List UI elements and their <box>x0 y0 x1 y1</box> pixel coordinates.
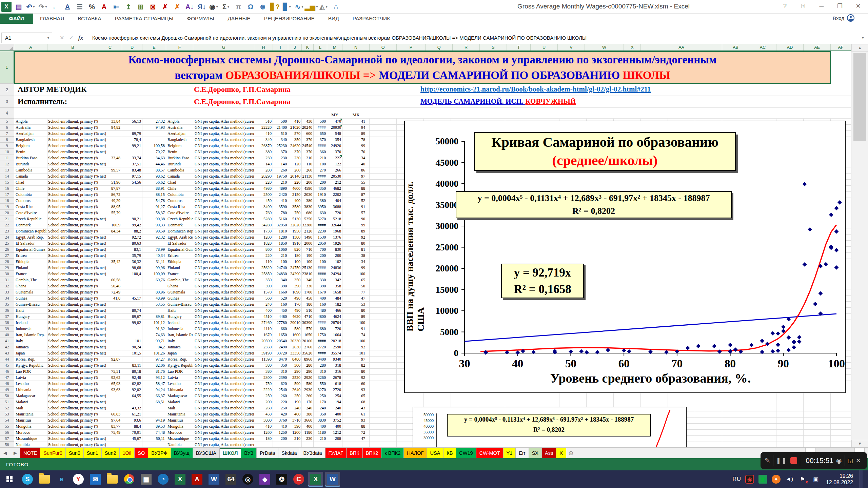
cell-country[interactable]: Azerbaijan <box>14 131 47 137</box>
find-icon[interactable]: ◉▼ <box>209 2 219 12</box>
cell[interactable]: 25130 <box>302 265 314 271</box>
cell-mx-value[interactable]: 80 <box>342 241 370 246</box>
cell[interactable]: 430 <box>302 119 314 124</box>
cell-gni-label[interactable]: GNI per capita, Atlas method (curren <box>193 430 254 435</box>
cell[interactable]: 750 <box>254 381 273 387</box>
cell[interactable]: 2120 <box>302 228 314 234</box>
cell-country[interactable]: Angola <box>14 119 47 124</box>
cell-my-value[interactable]: 484 <box>327 296 342 301</box>
cell-country-2[interactable]: Guatemala <box>166 289 193 295</box>
cell[interactable]: 94,2 <box>142 344 166 350</box>
cell[interactable]: 330 <box>302 283 314 289</box>
cell-mx-value[interactable]: 74 <box>342 332 370 338</box>
cell[interactable]: 92,02 <box>122 387 142 393</box>
cell[interactable]: 78,99 <box>142 247 166 252</box>
column-header-D[interactable]: D <box>122 44 142 50</box>
cell-gni-label[interactable]: GNI per capita, Atlas method (curren <box>193 204 254 210</box>
cell[interactable]: 210 <box>288 436 302 442</box>
cell-gni-label[interactable]: GNI per capita, Atlas method (curren <box>193 436 254 442</box>
autosum-icon[interactable]: Σ▼ <box>221 2 231 12</box>
cell[interactable]: #### <box>314 265 327 271</box>
cell[interactable]: 88,57 <box>142 167 166 173</box>
cell[interactable]: 220 <box>273 399 288 405</box>
cell[interactable]: 450 <box>254 411 273 417</box>
cell-indicator[interactable]: School enrollment, primary (% net) <box>47 149 122 155</box>
cell-gni-label[interactable]: GNI per capita, Atlas method (curren <box>193 320 254 326</box>
cell[interactable]: 240 <box>302 405 314 411</box>
cell[interactable]: #### <box>314 174 327 179</box>
avast-tray-icon[interactable]: ✦ <box>772 475 781 484</box>
cell[interactable]: 69,76 <box>142 277 166 283</box>
cell[interactable]: 2930 <box>302 387 314 393</box>
cell-gni-label[interactable]: GNI per capita, Atlas method (curren <box>193 405 254 411</box>
pi-icon[interactable]: π <box>233 2 243 12</box>
cell-gni-label[interactable]: GNI per capita, Atlas method (curren <box>193 180 254 185</box>
row-header-27[interactable]: 27 <box>0 253 14 259</box>
cell-my-value[interactable]: 102 <box>327 259 342 265</box>
cell-my-value[interactable]: 400 <box>327 411 342 417</box>
cell-country-2[interactable]: Namibia <box>166 442 193 447</box>
column-header-K[interactable]: K <box>302 44 314 50</box>
cell[interactable]: 83,48 <box>122 167 142 173</box>
cell-gni-label[interactable]: GNI per capita, Atlas method (curren <box>193 247 254 252</box>
row-header-57[interactable]: 57 <box>0 436 14 442</box>
cell[interactable]: 230 <box>254 155 273 161</box>
cell-my-value[interactable]: 2590 <box>327 344 342 350</box>
cell-gni-label[interactable]: GNI per capita, Atlas method (curren <box>193 289 254 295</box>
word-document-icon[interactable]: W <box>325 472 340 487</box>
row-header-51[interactable]: 51 <box>0 399 14 405</box>
cell-country[interactable]: Belgium <box>14 143 47 149</box>
cell[interactable]: 500 <box>314 119 327 124</box>
cell-mx-value[interactable]: 50 <box>342 283 370 289</box>
cell[interactable]: 240 <box>254 302 273 307</box>
cell[interactable]: 310 <box>273 369 288 374</box>
cell-my-value[interactable]: 466 <box>327 308 342 313</box>
cell[interactable]: 560 <box>254 296 273 301</box>
cell-country[interactable]: Hungary <box>14 314 47 320</box>
cell[interactable] <box>122 192 142 198</box>
cell[interactable]: 110 <box>302 161 314 167</box>
cell[interactable]: 8960 <box>302 357 314 362</box>
cell[interactable]: 8470 <box>273 357 288 362</box>
cell-gni-label[interactable]: GNI per capita, Atlas method (curren <box>193 216 254 222</box>
cell[interactable]: 39190 <box>254 350 273 356</box>
cell[interactable]: 250 <box>254 393 273 399</box>
cell-country[interactable]: El Salvador <box>14 241 47 246</box>
cell-indicator[interactable]: School enrollment, primary (% net)51,96 <box>47 180 122 185</box>
row-header-44[interactable]: 44 <box>0 357 14 362</box>
cell[interactable]: 290 <box>288 369 302 374</box>
excel-document-icon[interactable]: X <box>308 472 323 487</box>
sort-az-icon[interactable]: А↓ <box>184 2 195 12</box>
font-color-icon[interactable]: A <box>99 2 109 12</box>
cell[interactable]: 54,78 <box>142 198 166 204</box>
sheet-tab-ВПК2[interactable]: ВПК2 <box>363 448 382 458</box>
cell-my-value[interactable]: 20218 <box>327 338 342 344</box>
cell[interactable]: 4710 <box>302 314 314 320</box>
cell[interactable]: 61,21 <box>122 411 142 417</box>
cell[interactable]: 220 <box>254 253 273 259</box>
cell-gni-label[interactable]: GNI per capita, Atlas method (curren <box>193 369 254 374</box>
cell[interactable]: 270 <box>314 167 327 173</box>
row-header-48[interactable]: 48 <box>0 381 14 387</box>
edge-browser-icon[interactable]: ◔ <box>156 472 171 487</box>
column-header-B[interactable]: B <box>47 44 98 50</box>
cell-indicator[interactable]: School enrollment, primary (% net) <box>47 350 122 356</box>
cell[interactable]: 1950 <box>288 228 302 234</box>
cell-country[interactable]: Guinea <box>14 296 47 301</box>
cell[interactable]: 300 <box>288 363 302 368</box>
cell[interactable]: 1200 <box>288 430 302 435</box>
cell[interactable]: 550 <box>314 381 327 387</box>
cell[interactable]: 5160 <box>273 216 288 222</box>
cell[interactable]: 370 <box>273 149 288 155</box>
cell[interactable]: 20590 <box>254 338 273 344</box>
cell[interactable]: 380 <box>302 198 314 204</box>
cell-mx-value[interactable]: 78 <box>342 137 370 143</box>
cell[interactable]: 1690 <box>288 289 302 295</box>
cell[interactable]: 580 <box>302 381 314 387</box>
cell[interactable]: 710 <box>302 247 314 252</box>
cell-country-2[interactable]: Latvia <box>166 375 193 381</box>
cell-country-2[interactable]: Kyrgyz Republic <box>166 363 193 368</box>
cell-country-2[interactable]: Colombia <box>166 192 193 198</box>
cell[interactable]: 92,48 <box>122 375 142 381</box>
cell[interactable]: 380 <box>314 198 327 204</box>
